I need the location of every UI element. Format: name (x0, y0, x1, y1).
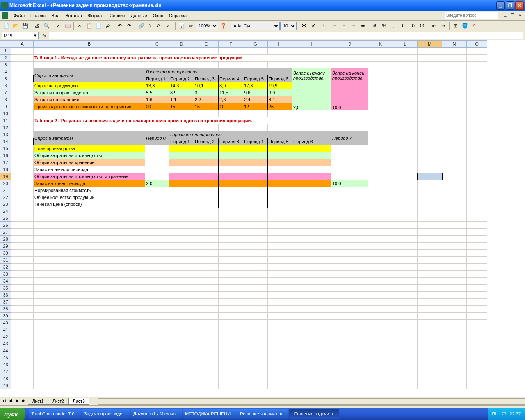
cell-B49[interactable] (34, 382, 145, 389)
cell-J20[interactable]: 10,0 (331, 180, 368, 187)
cell-A39[interactable] (11, 313, 34, 320)
cell-K4[interactable] (368, 68, 393, 75)
cell-E25[interactable] (194, 215, 219, 222)
cell-A6[interactable] (11, 82, 34, 89)
cell-O5[interactable] (467, 75, 487, 82)
cell-B30[interactable] (34, 250, 145, 257)
row-header-34[interactable]: 34 (0, 278, 11, 285)
spelling-icon[interactable]: ✓ (54, 21, 63, 30)
cell-C46[interactable] (145, 361, 169, 368)
cell-K46[interactable] (368, 361, 393, 368)
cell-D10[interactable] (169, 110, 194, 117)
cell-D48[interactable] (169, 375, 194, 382)
cell-B12[interactable] (34, 124, 145, 131)
cell-B28[interactable] (34, 236, 145, 243)
cell-A43[interactable] (11, 340, 34, 347)
column-header-C[interactable]: C (145, 41, 169, 48)
menu-help[interactable]: Справка (166, 12, 189, 19)
doc-minimize-button[interactable]: _ (502, 13, 509, 18)
cell-I33[interactable] (292, 271, 331, 278)
increase-decimal-icon[interactable]: .0 (408, 21, 417, 30)
cell-O3[interactable] (467, 62, 487, 68)
cell-K20[interactable] (368, 180, 393, 187)
row-header-40[interactable]: 40 (0, 320, 11, 326)
cell-E5[interactable]: Период 3 (194, 75, 219, 82)
cell-D3[interactable] (169, 62, 194, 68)
cell-I1[interactable] (292, 48, 331, 55)
cell-D14[interactable]: Период 1 (169, 138, 194, 145)
cell-F39[interactable] (219, 313, 243, 320)
cell-E48[interactable] (194, 375, 219, 382)
cell-J38[interactable] (331, 306, 368, 313)
cell-N10[interactable] (442, 110, 467, 117)
font-color-icon[interactable]: A (470, 21, 479, 30)
column-header-L[interactable]: L (393, 41, 418, 48)
cell-L45[interactable] (393, 354, 418, 361)
cell-J10[interactable] (331, 110, 368, 117)
cell-K18[interactable] (368, 166, 393, 173)
cell-F29[interactable] (219, 243, 243, 250)
cell-O19[interactable] (467, 173, 487, 180)
cell-H17[interactable] (268, 159, 292, 166)
cell-G40[interactable] (243, 320, 268, 326)
undo-icon[interactable]: ↶ (115, 21, 124, 30)
row-header-22[interactable]: 22 (0, 194, 11, 201)
cell-I40[interactable] (292, 320, 331, 326)
cell-E19[interactable] (194, 173, 219, 180)
bold-icon[interactable]: Ж (299, 21, 308, 30)
drawing-icon[interactable]: ✏ (186, 21, 195, 30)
column-header-H[interactable]: H (268, 41, 292, 48)
cell-G9[interactable]: 12 (243, 103, 268, 110)
cell-M45[interactable] (418, 354, 442, 361)
cell-M15[interactable] (418, 145, 442, 152)
cell-L47[interactable] (393, 368, 418, 375)
cell-E39[interactable] (194, 313, 219, 320)
cell-L3[interactable] (393, 62, 418, 68)
row-header-38[interactable]: 38 (0, 306, 11, 313)
cell-L17[interactable] (393, 159, 418, 166)
cell-K23[interactable] (368, 201, 393, 208)
column-header-N[interactable]: N (442, 41, 467, 48)
paste-icon[interactable]: 📄 (94, 21, 103, 30)
cell-H10[interactable] (268, 110, 292, 117)
cell-K32[interactable] (368, 264, 393, 271)
cell-L5[interactable] (393, 75, 418, 82)
tab-next-icon[interactable]: ▶ (14, 398, 21, 405)
cell-G46[interactable] (243, 361, 268, 368)
cell-M8[interactable] (418, 96, 442, 103)
cell-K17[interactable] (368, 159, 393, 166)
cell-O10[interactable] (467, 110, 487, 117)
cell-O39[interactable] (467, 313, 487, 320)
cell-I4[interactable]: Запас к началу производства (292, 68, 331, 82)
cell-I37[interactable] (292, 299, 331, 306)
cell-F14[interactable]: Период 3 (219, 138, 243, 145)
column-header-K[interactable]: K (368, 41, 393, 48)
cell-F23[interactable] (219, 201, 243, 208)
sheet-tab-Лист2[interactable]: Лист2 (48, 398, 68, 405)
cell-A18[interactable] (11, 166, 34, 173)
cell-F16[interactable] (219, 152, 243, 159)
cell-C24[interactable] (145, 208, 169, 215)
cell-B21[interactable]: Нормированная стоимость (34, 187, 145, 194)
cell-H31[interactable] (268, 257, 292, 264)
cell-I32[interactable] (292, 264, 331, 271)
cell-N11[interactable] (442, 117, 467, 124)
cell-C30[interactable] (145, 250, 169, 257)
cell-F3[interactable] (219, 62, 243, 68)
cell-M23[interactable] (418, 201, 442, 208)
cell-I44[interactable] (292, 347, 331, 354)
cell-D26[interactable] (169, 222, 194, 229)
cell-A32[interactable] (11, 264, 34, 271)
cell-F31[interactable] (219, 257, 243, 264)
chart-icon[interactable]: 📊 (177, 21, 186, 30)
cell-G35[interactable] (243, 285, 268, 292)
cell-G1[interactable] (243, 48, 268, 55)
row-header-19[interactable]: 19 (0, 173, 11, 180)
cell-J36[interactable] (331, 292, 368, 299)
cell-E17[interactable] (194, 159, 219, 166)
maximize-button[interactable]: ❐ (506, 1, 514, 10)
cell-G12[interactable] (243, 124, 268, 131)
cell-K33[interactable] (368, 271, 393, 278)
row-header-42[interactable]: 42 (0, 333, 11, 340)
cell-N47[interactable] (442, 368, 467, 375)
